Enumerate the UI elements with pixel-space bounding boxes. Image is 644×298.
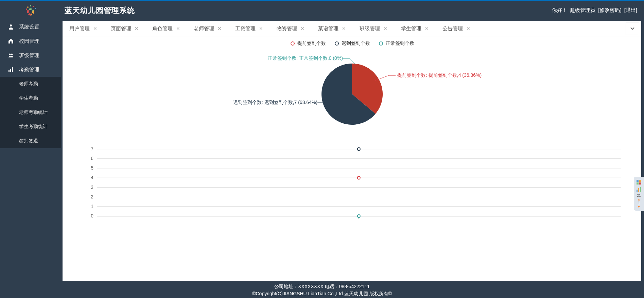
tab-label: 角色管理 bbox=[152, 25, 173, 32]
chevron-down-icon bbox=[630, 26, 635, 31]
svg-rect-41 bbox=[639, 182, 641, 185]
tab-label: 班级管理 bbox=[360, 25, 380, 32]
tab-label: 菜谱管理 bbox=[318, 25, 338, 32]
tab-class-mgmt[interactable]: 班级管理✕ bbox=[353, 21, 394, 36]
pie-label-normal: 正常签到个数: 正常签到个数,0 (0%) bbox=[268, 55, 343, 62]
sidebar-sub-teacher-attendance[interactable]: 老师考勤 bbox=[0, 77, 61, 91]
sidebar-sub-teacher-stats[interactable]: 老师考勤统计 bbox=[0, 105, 61, 120]
footer-line1: 公司地址：XXXXXXXX 电话：088-54222111 bbox=[0, 283, 644, 290]
svg-rect-43 bbox=[638, 188, 639, 192]
svg-rect-38 bbox=[637, 180, 639, 182]
legend-item-late[interactable]: 迟到签到个数 bbox=[334, 40, 370, 47]
group-icon bbox=[7, 52, 15, 58]
tab-notice-mgmt[interactable]: 公告管理✕ bbox=[436, 21, 477, 36]
svg-text:1: 1 bbox=[91, 204, 93, 209]
sidebar: 系统设置 校园管理 班级管理 考勤管理 老师考勤 学生考勤 bbox=[0, 20, 61, 281]
logout-link[interactable]: [退出] bbox=[624, 7, 637, 14]
tab-label: 学生管理 bbox=[401, 25, 421, 32]
svg-text:6: 6 bbox=[91, 156, 93, 161]
tab-label: 页面管理 bbox=[111, 25, 131, 32]
tabs-more-button[interactable] bbox=[626, 22, 639, 35]
tab-teacher-mgmt[interactable]: 老师管理✕ bbox=[187, 21, 228, 36]
sidebar-sub-label: 学生考勤统计 bbox=[19, 124, 48, 130]
close-icon[interactable]: ✕ bbox=[93, 26, 97, 31]
tab-material-mgmt[interactable]: 物资管理✕ bbox=[270, 21, 311, 36]
tab-label: 老师管理 bbox=[194, 25, 214, 32]
footer-line2: ©Copyright(C)JIANGSHU LianTian Co.,Ltd 蓝… bbox=[0, 290, 644, 297]
app-title: 蓝天幼儿园管理系统 bbox=[65, 5, 135, 16]
sidebar-item-system[interactable]: 系统设置 bbox=[0, 20, 61, 34]
legend-label: 提前签到个数 bbox=[297, 40, 326, 47]
svg-point-4 bbox=[30, 5, 31, 6]
sidebar-item-label: 校园管理 bbox=[19, 38, 39, 45]
svg-point-10 bbox=[9, 54, 11, 55]
close-icon[interactable]: ✕ bbox=[135, 26, 139, 31]
svg-point-3 bbox=[27, 6, 29, 8]
svg-point-6 bbox=[35, 8, 36, 9]
widget-num1: 21 bbox=[634, 194, 643, 197]
tab-label: 工资管理 bbox=[235, 25, 256, 32]
sidebar-submenu: 老师考勤 学生考勤 老师考勤统计 学生考勤统计 签到签退 bbox=[0, 77, 61, 148]
footer: 公司地址：XXXXXXXX 电话：088-54222111 ©Copyright… bbox=[0, 281, 644, 298]
sidebar-item-attendance[interactable]: 考勤管理 bbox=[0, 63, 61, 77]
sidebar-sub-student-attendance[interactable]: 学生考勤 bbox=[0, 91, 61, 105]
tab-user-mgmt[interactable]: 用户管理✕ bbox=[63, 21, 104, 36]
legend-marker-icon bbox=[290, 43, 295, 44]
close-icon[interactable]: ✕ bbox=[217, 26, 222, 31]
sidebar-sub-label: 老师考勤统计 bbox=[19, 109, 48, 116]
close-icon[interactable]: ✕ bbox=[466, 26, 470, 31]
logo-icon bbox=[24, 4, 37, 17]
header-right: 你好！ 超级管理员 [修改密码] [退出] bbox=[552, 7, 637, 14]
sidebar-item-label: 系统设置 bbox=[19, 24, 39, 30]
main-panel: 提前签到个数 迟到签到个数 正常签到个数 bbox=[63, 36, 641, 281]
sidebar-sub-label: 学生考勤 bbox=[19, 95, 38, 101]
svg-point-11 bbox=[11, 54, 13, 55]
svg-rect-13 bbox=[10, 69, 11, 72]
close-icon[interactable]: ✕ bbox=[300, 26, 304, 31]
svg-text:7: 7 bbox=[91, 146, 93, 152]
pie-chart: 提前签到个数: 提前签到个数,4 (36.36%) 迟到签到个数: 迟到签到个数… bbox=[63, 47, 641, 142]
close-icon[interactable]: ✕ bbox=[425, 26, 429, 31]
close-icon[interactable]: ✕ bbox=[259, 26, 263, 31]
svg-rect-12 bbox=[8, 70, 10, 72]
line-chart: 0 1 2 3 4 5 6 7 bbox=[76, 142, 628, 230]
legend-item-normal[interactable]: 正常签到个数 bbox=[378, 40, 414, 47]
line-point-normal[interactable] bbox=[358, 215, 360, 218]
chart-icon bbox=[7, 67, 15, 73]
line-point-late[interactable] bbox=[358, 147, 360, 151]
svg-text:3: 3 bbox=[91, 185, 93, 190]
change-password-link[interactable]: [修改密码] bbox=[598, 7, 621, 14]
sidebar-item-class[interactable]: 班级管理 bbox=[0, 48, 61, 63]
widget-icon bbox=[636, 179, 642, 186]
svg-text:4: 4 bbox=[91, 175, 93, 180]
side-widget[interactable]: 21 ▲ 1 ▼ bbox=[634, 177, 644, 211]
svg-point-7 bbox=[26, 8, 27, 10]
tab-menu-mgmt[interactable]: 菜谱管理✕ bbox=[311, 21, 353, 36]
close-icon[interactable]: ✕ bbox=[383, 26, 387, 31]
user-icon bbox=[7, 24, 15, 30]
tab-label: 物资管理 bbox=[277, 25, 297, 32]
legend-marker-icon bbox=[378, 43, 384, 44]
tab-role-mgmt[interactable]: 角色管理✕ bbox=[145, 21, 187, 36]
line-point-early[interactable] bbox=[358, 176, 360, 179]
svg-text:5: 5 bbox=[91, 165, 93, 171]
close-icon[interactable]: ✕ bbox=[176, 26, 180, 31]
svg-rect-9 bbox=[10, 41, 12, 43]
sidebar-sub-student-stats[interactable]: 学生考勤统计 bbox=[0, 120, 61, 134]
home-icon bbox=[7, 38, 15, 44]
pie-label-late: 迟到签到个数: 迟到签到个数,7 (63.64%) bbox=[233, 100, 317, 106]
svg-rect-42 bbox=[637, 190, 638, 192]
tab-salary-mgmt[interactable]: 工资管理✕ bbox=[228, 21, 270, 36]
user-role: 超级管理员 bbox=[570, 7, 595, 14]
tab-page-mgmt[interactable]: 页面管理✕ bbox=[104, 21, 145, 36]
close-icon[interactable]: ✕ bbox=[342, 26, 346, 31]
sidebar-item-campus[interactable]: 校园管理 bbox=[0, 34, 61, 48]
tab-student-mgmt[interactable]: 学生管理✕ bbox=[394, 21, 436, 36]
sidebar-sub-checkin[interactable]: 签到签退 bbox=[0, 134, 61, 148]
pie-legend: 提前签到个数 迟到签到个数 正常签到个数 bbox=[63, 40, 641, 47]
svg-rect-14 bbox=[12, 67, 13, 72]
header: 蓝天幼儿园管理系统 你好！ 超级管理员 [修改密码] [退出] bbox=[0, 1, 644, 20]
svg-text:2: 2 bbox=[91, 194, 93, 199]
widget-num2: 1 bbox=[634, 201, 643, 205]
legend-item-early[interactable]: 提前签到个数 bbox=[290, 40, 326, 47]
